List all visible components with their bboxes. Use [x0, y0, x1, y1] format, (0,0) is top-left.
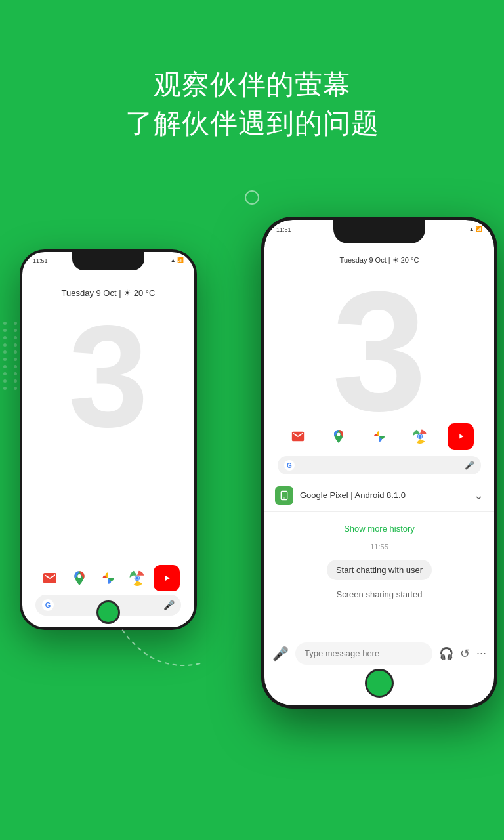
mirrored-chrome-icon — [407, 423, 433, 450]
svg-point-9 — [419, 435, 422, 438]
svg-rect-12 — [281, 491, 287, 499]
mirrored-google-logo: G — [284, 460, 295, 471]
gmail-icon[interactable] — [37, 565, 63, 591]
right-phone-search: G 🎤 — [278, 456, 481, 474]
left-phone-notch — [72, 252, 144, 270]
show-more-history[interactable]: Show more history — [275, 518, 484, 539]
message-input[interactable] — [295, 642, 432, 665]
chrome-icon[interactable] — [124, 565, 150, 591]
chat-bubble: Start chatting with user — [327, 560, 432, 580]
chat-panel: Google Pixel | Android 8.1.0 ⌄ Show more… — [264, 479, 494, 705]
left-phone: 11:51 ▲ 📶 Tuesday 9 Oct | ☀ 20 °C 3 — [20, 249, 197, 630]
cursor-icon[interactable]: ↺ — [460, 646, 470, 661]
phones-section: 11:51 ▲ 📶 Tuesday 9 Oct | ☀ 20 °C 3 — [0, 217, 504, 742]
chat-input-bar: 🎤 🎧 ↺ ··· — [264, 637, 494, 669]
youtube-icon[interactable] — [154, 565, 180, 591]
header-title: 观察伙伴的萤幕 了解伙伴遇到的问题 — [0, 66, 504, 143]
left-phone-bignumber: 3 — [22, 304, 194, 449]
more-icon[interactable]: ··· — [476, 646, 486, 660]
right-phone-inner: 11:51 ▲ 📶 Tuesday 9 Oct | ☀ 20 °C 3 — [264, 220, 494, 705]
mic-button[interactable]: 🎤 — [272, 646, 289, 662]
mic-icon: 🎤 — [163, 600, 175, 610]
device-icon — [275, 486, 293, 505]
left-phone-signal: ▲ 📶 — [171, 257, 184, 263]
header-line1: 观察伙伴的萤幕 — [154, 69, 351, 100]
right-phone-home[interactable] — [365, 669, 394, 698]
maps-icon[interactable] — [66, 565, 93, 591]
right-phone-time: 11:51 — [276, 226, 291, 233]
right-phone-signal: ▲ 📶 — [469, 226, 482, 232]
decorative-circle — [245, 190, 259, 205]
header-line2: 了解伙伴遇到的问题 — [125, 108, 379, 138]
right-phone-bignumber: 3 — [264, 266, 494, 436]
svg-point-13 — [284, 497, 284, 498]
header-section: 观察伙伴的萤幕 了解伙伴遇到的问题 — [0, 66, 504, 143]
chevron-down-icon[interactable]: ⌄ — [474, 488, 484, 503]
chat-header: Google Pixel | Android 8.1.0 ⌄ — [264, 479, 494, 512]
left-phone-time: 11:51 — [33, 257, 48, 264]
right-phone-notch — [333, 220, 425, 243]
left-phone-dock — [22, 565, 194, 591]
chat-body: Show more history 11:55 Start chatting w… — [264, 512, 494, 610]
dotted-curve — [85, 610, 217, 689]
mirrored-mic: 🎤 — [465, 461, 474, 470]
right-phone-screen: 11:51 ▲ 📶 Tuesday 9 Oct | ☀ 20 °C 3 — [264, 220, 494, 489]
right-phone: 11:51 ▲ 📶 Tuesday 9 Oct | ☀ 20 °C 3 — [261, 217, 497, 709]
chat-bubble-row: Start chatting with user — [275, 557, 484, 583]
photos-icon[interactable] — [95, 565, 121, 591]
headphone-icon[interactable]: 🎧 — [439, 646, 453, 661]
left-phone-inner: 11:51 ▲ 📶 Tuesday 9 Oct | ☀ 20 °C 3 — [22, 252, 194, 627]
svg-point-3 — [136, 576, 139, 579]
mirrored-youtube-icon — [448, 423, 474, 450]
google-logo: G — [42, 599, 54, 611]
mirrored-photos-icon — [366, 423, 392, 450]
chat-timestamp: 11:55 — [275, 539, 484, 555]
right-phone-dock — [264, 423, 494, 450]
screen-sharing-text: Screen sharing started — [275, 585, 484, 603]
mirrored-maps-icon — [326, 423, 352, 450]
device-label: Google Pixel | Android 8.1.0 — [300, 490, 406, 500]
svg-point-6 — [337, 433, 341, 436]
svg-point-0 — [77, 574, 81, 578]
mirrored-gmail-icon — [285, 423, 311, 450]
